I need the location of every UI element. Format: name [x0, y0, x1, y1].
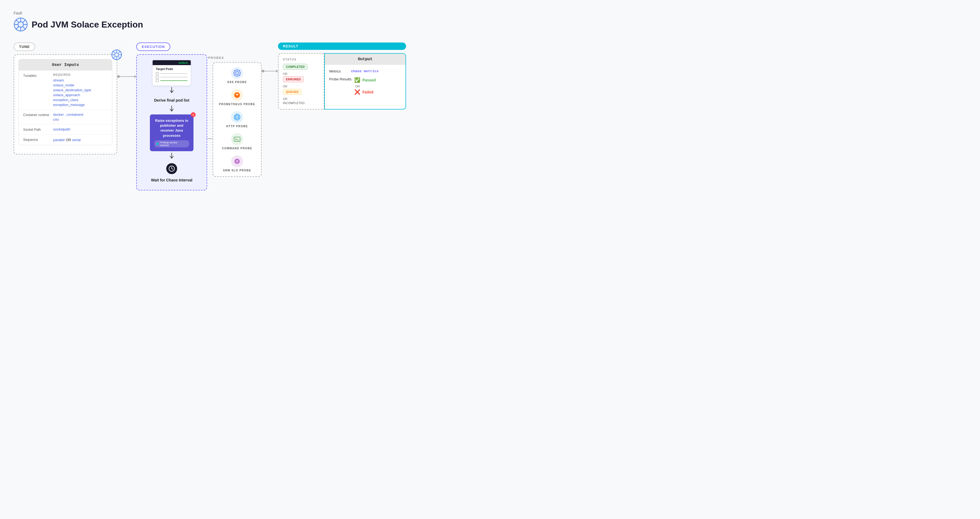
probes-card: K8S PROBE PROMETHEUS PROBE [213, 62, 262, 177]
privilege-text: Privilege access required [160, 141, 187, 146]
metrics-row: Metrics chaos metrics [329, 69, 401, 73]
checkbox-line-2 [160, 77, 188, 77]
tunable-stream: stream [53, 78, 108, 82]
result-outer: STATUS COMPLETED OR ERRORED OR QUEUED OR… [278, 53, 406, 110]
status-or-1: OR [283, 72, 320, 75]
container-runtime-label: Container runtime [23, 113, 53, 117]
command-probe-name: COMMAND PROBE [222, 147, 252, 150]
exec-to-probes-area: PROBES [207, 43, 262, 177]
sequence-serial: serial [72, 138, 81, 142]
passed-icon: ✅ [354, 77, 360, 83]
privilege-badge: Privilege access required [154, 140, 189, 148]
target-pods-label: Target Pods [156, 67, 188, 71]
k8s-connector-icon [111, 49, 122, 61]
checkbox-row-2 [156, 76, 188, 78]
sequence-values: parallel OR serial [53, 137, 108, 142]
probe-results-label: Probe Results [329, 77, 352, 81]
result-badge: RESULT [278, 43, 406, 50]
tunables-values: REQUIRED stream solace_mode solace_desti… [53, 73, 108, 107]
socket-path-values: socketpath [53, 127, 108, 131]
tune-container-row: Container runtime docker , containerd cr… [19, 110, 112, 124]
execution-card: solace. Target Pods [136, 54, 207, 190]
user-inputs-header: User Inputs [19, 59, 112, 71]
checkbox-line-3 [160, 80, 188, 81]
probes-section: PROBES [207, 56, 262, 177]
svg-rect-38 [234, 137, 240, 141]
sequence-parallel: parallel [53, 138, 65, 142]
probe-item-prometheus: PROMETHEUS PROBE [216, 89, 258, 106]
tune-card-inner: User Inputs Tunables REQUIRED stream sol… [19, 59, 112, 145]
clock-icon [166, 163, 177, 174]
socket-path-value: socketpath [53, 127, 108, 131]
tunable-solace-mode: solace_mode [53, 83, 108, 87]
probe-item-command: COMMAND PROBE [216, 133, 258, 150]
checkbox-row-1 [156, 72, 188, 75]
probe-result-items: ✅ Passed OR ❌ Failed [354, 77, 376, 97]
execution-section: EXECUTION solace. Target Pods [136, 43, 207, 190]
http-probe-name: HTTP PROBE [226, 125, 248, 128]
metrics-value: chaos metrics [351, 69, 379, 73]
raise-exceptions-text: Raise exceptions in publisher and receiv… [154, 118, 189, 138]
container-runtime-line2: crio [53, 117, 108, 122]
k8s-probe-icon [231, 67, 243, 79]
tunable-solace-approach: solace_approach [53, 93, 108, 97]
fault-label: Fault [14, 11, 966, 15]
probe-result-passed: ✅ Passed [354, 77, 376, 83]
checkbox-1 [156, 72, 159, 75]
failed-icon: ❌ [354, 89, 360, 95]
svg-point-22 [236, 71, 239, 75]
prometheus-probe-icon [231, 89, 243, 101]
diagram: TUNE User Inputs [14, 43, 966, 190]
privilege-dot [156, 143, 159, 145]
probe-results-row: Probe Results ✅ Passed OR ❌ Failed [329, 77, 401, 97]
metrics-label: Metrics [329, 69, 348, 73]
tunable-solace-dest: solace_destination_type [53, 88, 108, 92]
wait-chaos-label: Wait for Chaos Interval [151, 178, 192, 182]
arrow-dot [117, 75, 120, 78]
status-incompleted: INCOMPLETED [283, 102, 320, 105]
required-label: REQUIRED [53, 73, 108, 76]
probes-to-result-arrow [262, 43, 278, 73]
container-runtime-values: docker , containerd crio [53, 113, 108, 122]
container-runtime-line1: docker , containerd [53, 113, 108, 117]
exception-badge-icon: ✦ [191, 112, 196, 117]
tunable-exception-message: exception_message [53, 103, 108, 107]
http-probe-icon [231, 111, 243, 123]
solace-target-card: solace. Target Pods [153, 60, 191, 86]
status-or-3: OR [283, 97, 320, 100]
tune-tunables-row: Tunables REQUIRED stream solace_mode sol… [19, 71, 112, 110]
output-header: Output [325, 54, 406, 65]
probe-arrow-line [264, 71, 278, 71]
checkbox-line-1 [160, 73, 188, 74]
srm-probe-icon [231, 155, 243, 167]
tune-socket-row: Socket Path socketpath [19, 124, 112, 135]
tune-sequence-row: Sequence parallel OR serial [19, 135, 112, 145]
probes-label: PROBES [208, 56, 262, 59]
result-output-card: Output Metrics chaos metrics Probe Resul… [324, 53, 406, 110]
prometheus-probe-name: PROMETHEUS PROBE [219, 103, 255, 106]
tune-card: User Inputs Tunables REQUIRED stream sol… [14, 54, 117, 154]
checkbox-3 [156, 79, 159, 82]
tune-section: TUNE User Inputs [14, 43, 117, 154]
tune-badge: TUNE [14, 43, 35, 51]
status-errored: ERRORED [283, 76, 304, 82]
result-section: RESULT STATUS COMPLETED OR ERRORED OR QU… [278, 43, 406, 110]
tunables-label: Tunables [23, 73, 53, 78]
solace-header: solace. [153, 60, 191, 65]
solace-logo: solace. [178, 61, 189, 64]
probe-result-failed: ❌ Failed [354, 89, 376, 95]
probe-item-k8s: K8S PROBE [216, 67, 258, 84]
tunable-exception-class: exception_class [53, 98, 108, 102]
checkbox-2 [156, 76, 159, 78]
down-arrow-1 [170, 87, 173, 94]
passed-label: Passed [363, 78, 376, 82]
srm-probe-name: SRM SLO PROBE [223, 169, 251, 172]
failed-label: Failed [363, 90, 373, 94]
sequence-or: OR [66, 138, 72, 142]
probe-left-line [207, 138, 213, 139]
execution-badge: EXECUTION [136, 43, 170, 51]
output-body: Metrics chaos metrics Probe Results ✅ Pa… [325, 65, 406, 105]
status-label: STATUS [283, 58, 320, 61]
page-title-row: Pod JVM Solace Exception [14, 17, 966, 32]
status-queued: QUEUED [283, 89, 302, 95]
